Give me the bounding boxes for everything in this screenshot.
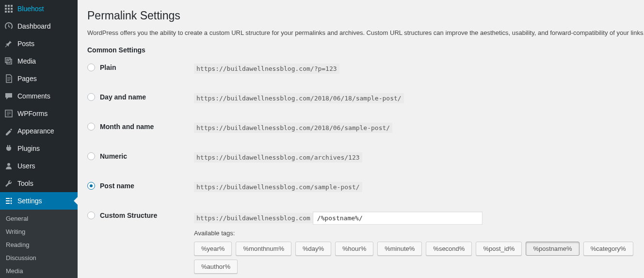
settings-submenu: General Writing Reading Discussion Media	[0, 210, 78, 278]
tag-year[interactable]: %year%	[194, 242, 232, 256]
main-content: Permalink Settings WordPress offers you …	[78, 0, 644, 278]
forms-icon	[4, 109, 14, 118]
submenu-item-writing[interactable]: Writing	[0, 225, 78, 238]
permalink-option-custom: Custom Structure https://buildawellnessb…	[87, 212, 634, 225]
available-tags-label: Available tags:	[194, 229, 634, 237]
radio-plain[interactable]	[87, 64, 95, 71]
appearance-icon	[4, 126, 14, 136]
dashboard-icon	[4, 21, 14, 31]
pages-icon	[4, 74, 14, 83]
sidebar-item-label: Tools	[17, 180, 33, 187]
sidebar-item-comments[interactable]: Comments	[0, 87, 78, 105]
svg-rect-0	[5, 5, 7, 7]
radio-label-month-name: Month and name	[100, 123, 154, 131]
svg-point-11	[7, 163, 10, 166]
radio-label-custom: Custom Structure	[100, 212, 157, 219]
settings-icon	[4, 196, 14, 206]
custom-prefix: https://buildawellnessblog.com	[194, 213, 313, 223]
submenu-item-discussion[interactable]: Discussion	[0, 251, 78, 264]
sidebar-item-label: Pages	[17, 75, 37, 82]
svg-point-9	[8, 60, 9, 62]
sidebar-item-label: Posts	[17, 40, 34, 48]
radio-label-numeric: Numeric	[100, 152, 127, 160]
svg-rect-2	[11, 5, 13, 7]
sample-month-name: https://buildawellnessblog.com/2018/06/s…	[194, 123, 392, 133]
radio-label-day-name: Day and name	[100, 93, 146, 101]
tools-icon	[4, 179, 14, 188]
sample-plain: https://buildawellnessblog.com/?p=123	[194, 64, 339, 74]
radio-month-name[interactable]	[87, 123, 95, 131]
tag-day[interactable]: %day%	[295, 242, 331, 256]
radio-custom[interactable]	[87, 212, 95, 219]
svg-rect-3	[5, 8, 7, 10]
tag-category[interactable]: %category%	[583, 242, 633, 256]
tag-minute[interactable]: %minute%	[377, 242, 422, 256]
permalink-option-post-name: Post name https://buildawellnessblog.com…	[87, 182, 634, 192]
sidebar-item-label: Appearance	[17, 127, 54, 135]
svg-point-12	[11, 198, 12, 199]
sidebar-item-settings[interactable]: Settings	[0, 192, 78, 210]
grid-icon	[4, 4, 14, 14]
sidebar-item-wpforms[interactable]: WPForms	[0, 105, 78, 122]
sample-numeric: https://buildawellnessblog.com/archives/…	[194, 152, 362, 163]
tag-post-id[interactable]: %post_id%	[476, 242, 522, 256]
sidebar-item-posts[interactable]: Posts	[0, 35, 78, 52]
sidebar-item-label: Plugins	[17, 145, 40, 152]
permalink-option-day-name: Day and name https://buildawellnessblog.…	[87, 93, 634, 103]
radio-label-plain: Plain	[100, 64, 116, 71]
sidebar-item-label: Dashboard	[17, 22, 51, 30]
submenu-item-media[interactable]: Media	[0, 264, 78, 278]
media-icon	[4, 56, 14, 66]
permalink-option-numeric: Numeric https://buildawellnessblog.com/a…	[87, 152, 634, 163]
available-tags-section: Available tags: %year% %monthnum% %day% …	[194, 229, 634, 274]
comments-icon	[4, 91, 14, 101]
radio-label-post-name: Post name	[100, 182, 134, 190]
sidebar-item-label: Comments	[17, 92, 50, 100]
pin-icon	[4, 39, 14, 49]
tag-monthnum[interactable]: %monthnum%	[236, 242, 291, 256]
sidebar-item-label: Bluehost	[17, 5, 44, 13]
submenu-item-reading[interactable]: Reading	[0, 238, 78, 251]
page-description: WordPress offers you the ability to crea…	[87, 29, 634, 36]
custom-structure-input[interactable]	[313, 212, 483, 225]
sample-post-name: https://buildawellnessblog.com/sample-po…	[194, 182, 362, 192]
sample-day-name: https://buildawellnessblog.com/2018/06/1…	[194, 93, 404, 103]
users-icon	[4, 161, 14, 171]
sidebar-item-label: Settings	[17, 197, 42, 205]
svg-point-13	[11, 200, 12, 202]
sidebar-item-pages[interactable]: Pages	[0, 70, 78, 87]
sidebar-item-appearance[interactable]: Appearance	[0, 122, 78, 140]
sidebar-item-tools[interactable]: Tools	[0, 175, 78, 192]
tag-postname[interactable]: %postname%	[526, 242, 579, 256]
svg-rect-1	[8, 5, 10, 7]
section-heading-common: Common Settings	[87, 46, 634, 54]
svg-rect-5	[11, 8, 13, 10]
submenu-item-general[interactable]: General	[0, 212, 78, 225]
svg-rect-8	[11, 11, 13, 13]
tag-hour[interactable]: %hour%	[335, 242, 373, 256]
permalink-option-month-name: Month and name https://buildawellnessblo…	[87, 123, 634, 133]
plugins-icon	[4, 144, 14, 153]
radio-day-name[interactable]	[87, 93, 95, 101]
sidebar-item-label: Media	[17, 57, 36, 65]
sidebar-item-users[interactable]: Users	[0, 157, 78, 175]
sidebar-item-bluehost[interactable]: Bluehost	[0, 0, 78, 17]
tag-second[interactable]: %second%	[426, 242, 472, 256]
tag-author[interactable]: %author%	[194, 260, 238, 274]
radio-post-name[interactable]	[87, 182, 95, 190]
svg-rect-6	[5, 11, 7, 13]
sidebar-item-media[interactable]: Media	[0, 52, 78, 70]
sidebar-item-label: Users	[17, 162, 35, 170]
permalink-option-plain: Plain https://buildawellnessblog.com/?p=…	[87, 64, 634, 74]
sidebar-item-label: WPForms	[17, 110, 48, 117]
sidebar-item-plugins[interactable]: Plugins	[0, 140, 78, 157]
tags-row: %year% %monthnum% %day% %hour% %minute% …	[194, 242, 634, 274]
sidebar-item-dashboard[interactable]: Dashboard	[0, 17, 78, 35]
admin-sidebar: Bluehost Dashboard Posts Media Pages Com…	[0, 0, 78, 278]
svg-rect-4	[8, 8, 10, 10]
svg-point-14	[11, 203, 12, 204]
page-title: Permalink Settings	[87, 5, 634, 24]
radio-numeric[interactable]	[87, 152, 95, 160]
svg-rect-7	[8, 11, 10, 13]
